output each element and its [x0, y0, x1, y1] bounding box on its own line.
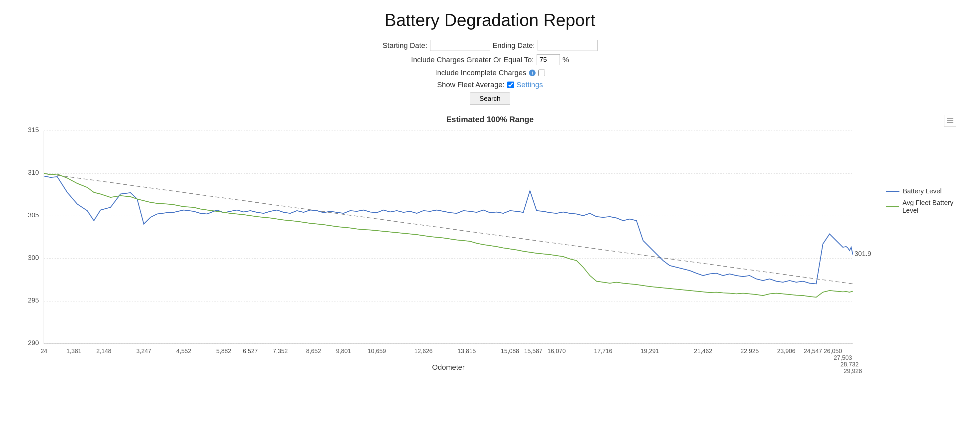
- chart-area: 315 310 305 300 295 290: [24, 127, 876, 374]
- fleet-avg-label: Show Fleet Average:: [437, 81, 504, 89]
- svg-text:2,148: 2,148: [96, 348, 111, 354]
- svg-text:Odometer: Odometer: [432, 363, 465, 371]
- incomplete-label: Include Incomplete Charges: [435, 68, 526, 77]
- svg-text:21,462: 21,462: [694, 348, 712, 354]
- page-title: Battery Degradation Report: [7, 10, 973, 30]
- search-button[interactable]: Search: [470, 92, 510, 105]
- fleet-avg-checkbox[interactable]: [508, 81, 514, 88]
- svg-line-15: [44, 173, 853, 284]
- controls-section: Starting Date: Ending Date: Include Char…: [7, 40, 973, 105]
- chart-section: Estimated 100% Range: [24, 115, 956, 374]
- chart-menu-icon[interactable]: [944, 115, 956, 127]
- svg-text:4,552: 4,552: [176, 348, 191, 354]
- ending-date-input[interactable]: [538, 40, 598, 51]
- svg-text:5,882: 5,882: [216, 348, 231, 354]
- svg-text:295: 295: [28, 297, 39, 304]
- fleet-avg-row: Show Fleet Average: Settings: [437, 81, 543, 89]
- chart-legend: Battery Level Avg Fleet Battery Level: [876, 127, 969, 214]
- hamburger-icon: [947, 119, 953, 123]
- svg-text:23,906: 23,906: [777, 348, 795, 354]
- svg-text:1,381: 1,381: [66, 348, 81, 354]
- svg-text:15,587: 15,587: [524, 348, 542, 354]
- svg-text:16,070: 16,070: [547, 348, 566, 354]
- charges-label: Include Charges Greater Or Equal To:: [411, 56, 534, 64]
- info-icon[interactable]: i: [529, 70, 536, 76]
- svg-text:13,815: 13,815: [457, 348, 476, 354]
- svg-text:10,659: 10,659: [368, 348, 386, 354]
- svg-text:6,527: 6,527: [243, 348, 258, 354]
- ending-date-label: Ending Date:: [493, 41, 535, 50]
- svg-text:28,732: 28,732: [840, 361, 859, 368]
- legend-fleet-avg: Avg Fleet Battery Level: [886, 199, 969, 214]
- svg-text:15,088: 15,088: [501, 348, 519, 354]
- starting-date-input[interactable]: [430, 40, 490, 51]
- svg-text:12,626: 12,626: [414, 348, 433, 354]
- svg-text:29,928: 29,928: [843, 368, 862, 374]
- search-row: Search: [470, 92, 510, 105]
- svg-text:26,050: 26,050: [824, 348, 842, 354]
- legend-battery-label: Battery Level: [903, 187, 942, 195]
- chart-svg: 315 310 305 300 295 290: [24, 127, 876, 374]
- svg-text:9,801: 9,801: [336, 348, 351, 354]
- svg-text:300: 300: [28, 254, 39, 261]
- svg-text:290: 290: [28, 339, 39, 346]
- legend-blue-line: [886, 191, 899, 192]
- svg-text:27,503: 27,503: [834, 354, 852, 361]
- charges-unit: %: [563, 56, 569, 64]
- svg-text:3,247: 3,247: [136, 348, 151, 354]
- svg-text:315: 315: [28, 127, 39, 133]
- chart-wrapper: 315 310 305 300 295 290: [24, 127, 956, 374]
- svg-text:22,925: 22,925: [740, 348, 759, 354]
- svg-text:24: 24: [41, 348, 47, 354]
- incomplete-row: Include Incomplete Charges i: [435, 68, 545, 77]
- chart-title: Estimated 100% Range: [24, 115, 956, 124]
- svg-text:305: 305: [28, 211, 39, 219]
- charges-row: Include Charges Greater Or Equal To: %: [411, 54, 569, 65]
- settings-link[interactable]: Settings: [517, 81, 543, 89]
- legend-green-line: [886, 206, 899, 207]
- incomplete-checkbox[interactable]: [538, 70, 545, 76]
- svg-text:24,547: 24,547: [803, 348, 822, 354]
- starting-date-label: Starting Date:: [382, 41, 428, 50]
- svg-text:7,352: 7,352: [273, 348, 288, 354]
- legend-battery-level: Battery Level: [886, 187, 969, 195]
- svg-text:19,291: 19,291: [641, 348, 659, 354]
- svg-text:310: 310: [28, 169, 39, 176]
- charges-input[interactable]: [536, 54, 560, 65]
- svg-text:17,716: 17,716: [594, 348, 612, 354]
- legend-fleet-label: Avg Fleet Battery Level: [902, 199, 969, 214]
- svg-text:8,652: 8,652: [306, 348, 321, 354]
- svg-text:301.9: 301.9: [854, 250, 871, 257]
- date-row: Starting Date: Ending Date:: [382, 40, 598, 51]
- svg-rect-0: [44, 131, 853, 344]
